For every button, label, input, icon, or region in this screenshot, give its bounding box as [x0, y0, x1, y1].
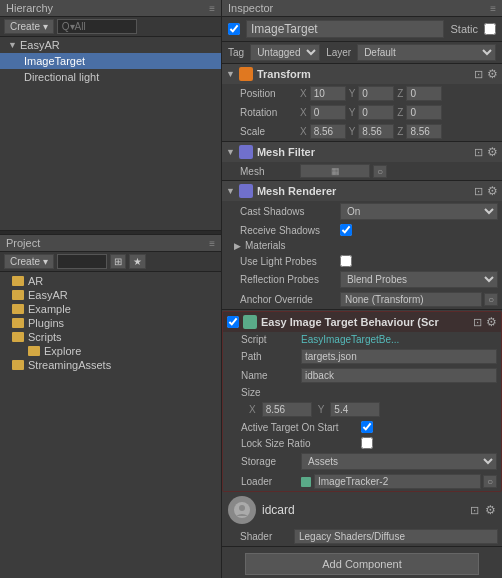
loader-icon [301, 477, 311, 487]
folder-icon-streaming [12, 360, 24, 370]
storage-row: Storage Assets [223, 451, 501, 472]
project-item-easyar[interactable]: EasyAR [0, 288, 221, 302]
hierarchy-icon: ≡ [209, 3, 215, 14]
transform-gear-btn[interactable]: ⚙ [487, 67, 498, 81]
project-item-explore[interactable]: Explore [0, 344, 221, 358]
project-item-streamingassets[interactable]: StreamingAssets [0, 358, 221, 372]
hierarchy-search-input[interactable] [57, 19, 137, 34]
anchor-override-value: None (Transform) [340, 292, 482, 307]
pos-y-field[interactable] [358, 86, 394, 101]
mesh-renderer-icon [239, 184, 253, 198]
scale-x-label: X [300, 126, 307, 137]
mesh-filter-icon [239, 145, 253, 159]
rot-x-field[interactable] [310, 105, 346, 120]
pos-x-field[interactable] [310, 86, 346, 101]
lock-size-checkbox[interactable] [361, 437, 373, 449]
project-item-scripts[interactable]: Scripts [0, 330, 221, 344]
light-probes-row: Use Light Probes [222, 253, 502, 269]
light-probes-checkbox[interactable] [340, 255, 352, 267]
transform-header[interactable]: ▼ Transform ⊡ ⚙ [222, 64, 502, 84]
easy-image-page-btn[interactable]: ⊡ [473, 316, 482, 329]
rot-z-field[interactable] [406, 105, 442, 120]
project-item-plugins[interactable]: Plugins [0, 316, 221, 330]
cast-shadows-label: Cast Shadows [240, 206, 340, 217]
path-label: Path [241, 351, 301, 362]
static-label: Static [450, 23, 478, 35]
folder-icon-ar [12, 276, 24, 286]
mesh-circle-btn[interactable]: ○ [373, 165, 387, 178]
hierarchy-item-imagetarget[interactable]: ImageTarget [0, 53, 221, 69]
idcard-page-btn[interactable]: ⊡ [470, 504, 479, 517]
cast-shadows-select[interactable]: On [340, 203, 498, 220]
size-y-field[interactable] [330, 402, 380, 417]
add-component-container: Add Component [222, 547, 502, 578]
idcard-header-row: idcard ⊡ ⚙ [222, 493, 502, 527]
mesh-renderer-title: Mesh Renderer [257, 185, 470, 197]
receive-shadows-checkbox[interactable] [340, 224, 352, 236]
inspector-header: Inspector ≡ [222, 0, 502, 17]
folder-icon-explore [28, 346, 40, 356]
mesh-renderer-header[interactable]: ▼ Mesh Renderer ⊡ ⚙ [222, 181, 502, 201]
tag-select[interactable]: Untagged [250, 44, 320, 61]
anchor-override-row: Anchor Override None (Transform) ○ [222, 290, 502, 309]
active-target-checkbox[interactable] [361, 421, 373, 433]
static-checkbox[interactable] [484, 23, 496, 35]
layer-select[interactable]: Default [357, 44, 496, 61]
project-search-input[interactable] [57, 254, 107, 269]
anchor-circle-btn[interactable]: ○ [484, 293, 498, 306]
rot-y-label: Y [349, 107, 356, 118]
project-title: Project [6, 237, 40, 249]
scale-z-field[interactable] [406, 124, 442, 139]
hierarchy-item-directionallight[interactable]: Directional light [0, 69, 221, 85]
mesh-filter-header[interactable]: ▼ Mesh Filter ⊡ ⚙ [222, 142, 502, 162]
loader-value: ImageTracker-2 [314, 474, 481, 489]
hierarchy-list: ▼ EasyAR ImageTarget Directional light [0, 37, 221, 230]
mesh-renderer-gear-btn[interactable]: ⚙ [487, 184, 498, 198]
position-label: Position [240, 88, 300, 99]
loader-circle-btn[interactable]: ○ [483, 475, 497, 488]
hierarchy-item-easyar[interactable]: ▼ EasyAR [0, 37, 221, 53]
transform-page-btn[interactable]: ⊡ [474, 68, 483, 81]
rot-y-field[interactable] [358, 105, 394, 120]
project-item-example[interactable]: Example [0, 302, 221, 316]
object-name-field[interactable] [246, 20, 444, 38]
scale-x-field[interactable] [310, 124, 346, 139]
receive-shadows-row: Receive Shadows [222, 222, 502, 238]
storage-select[interactable]: Assets [301, 453, 497, 470]
idcard-gear-btn[interactable]: ⚙ [485, 503, 496, 517]
project-create-btn[interactable]: Create ▾ [4, 254, 54, 269]
pos-z-field[interactable] [406, 86, 442, 101]
project-item-ar[interactable]: AR [0, 274, 221, 288]
size-x-field[interactable] [262, 402, 312, 417]
object-name-row: Static [222, 17, 502, 42]
mesh-filter-page-btn[interactable]: ⊡ [474, 146, 483, 159]
folder-icon-scripts [12, 332, 24, 342]
scale-row: Scale X Y Z [222, 122, 502, 141]
pos-y-label: Y [349, 88, 356, 99]
path-field[interactable] [301, 349, 497, 364]
name-field[interactable] [301, 368, 497, 383]
expand-arrow-easyar: ▼ [8, 40, 17, 50]
easy-image-gear-btn[interactable]: ⚙ [486, 315, 497, 329]
easy-image-active-checkbox[interactable] [227, 316, 239, 328]
object-active-checkbox[interactable] [228, 23, 240, 35]
script-value: EasyImageTargetBe... [301, 334, 497, 345]
mesh-filter-gear-btn[interactable]: ⚙ [487, 145, 498, 159]
reflection-probes-row: Reflection Probes Blend Probes [222, 269, 502, 290]
reflection-probes-select[interactable]: Blend Probes [340, 271, 498, 288]
add-component-btn[interactable]: Add Component [245, 553, 479, 575]
materials-row: ▶ Materials [222, 238, 502, 253]
scale-label: Scale [240, 126, 300, 137]
hierarchy-create-btn[interactable]: Create ▾ [4, 19, 54, 34]
easy-image-target-header[interactable]: Easy Image Target Behaviour (Scr ⊡ ⚙ [223, 312, 501, 332]
project-star-btn[interactable]: ★ [129, 254, 146, 269]
inspector-menu-icon: ≡ [490, 3, 496, 14]
rotation-row: Rotation X Y Z [222, 103, 502, 122]
pos-x-label: X [300, 88, 307, 99]
project-icon-btn[interactable]: ⊞ [110, 254, 126, 269]
scale-y-field[interactable] [358, 124, 394, 139]
pos-z-label: Z [397, 88, 403, 99]
mesh-renderer-page-btn[interactable]: ⊡ [474, 185, 483, 198]
mesh-filter-collapse-arrow: ▼ [226, 147, 235, 157]
anchor-override-label: Anchor Override [240, 294, 340, 305]
